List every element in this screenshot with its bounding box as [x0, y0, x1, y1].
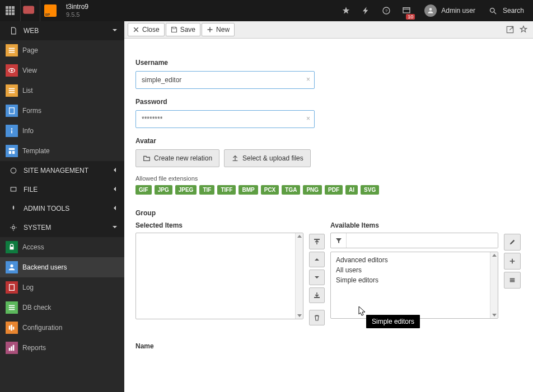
svg-rect-3 [403, 8, 410, 13]
help-icon[interactable]: ? [376, 0, 396, 21]
section-web[interactable]: WEB [0, 21, 124, 40]
sidebar-item-list[interactable]: List [0, 81, 124, 101]
svg-rect-16 [10, 108, 15, 114]
password-label: Password [135, 98, 522, 106]
available-item[interactable]: All users [334, 265, 488, 275]
available-items-listbox[interactable]: Advanced editorsAll usersSimple editors [330, 252, 498, 319]
sidebar-item-view[interactable]: View [0, 60, 124, 81]
available-item[interactable]: Advanced editors [334, 255, 488, 265]
scrollbar[interactable] [490, 252, 498, 318]
available-item[interactable]: Simple editors [334, 275, 488, 285]
sidebar-item-label: DB check [22, 304, 51, 311]
cache-icon[interactable] [356, 0, 376, 21]
sidebar-item-forms[interactable]: Forms [0, 101, 124, 121]
sidebar-item-reports[interactable]: Reports [0, 338, 124, 358]
filter-input[interactable] [347, 233, 498, 248]
section-system[interactable]: SYSTEM [0, 218, 124, 237]
modules-menu-button[interactable] [0, 0, 20, 21]
svg-rect-41 [510, 278, 515, 280]
close-button[interactable]: Close [128, 23, 165, 36]
content-area: Close Save New Username × Password × Ava… [124, 21, 533, 392]
section-label: ADMIN TOOLS [24, 205, 69, 212]
image-icon [10, 186, 17, 193]
new-button[interactable]: New [202, 23, 235, 36]
filter-row [330, 233, 498, 248]
selected-items-listbox[interactable] [135, 233, 303, 319]
sidebar-item-label: Access [22, 243, 44, 251]
topbar: t3intro9 9.5.5 ? 10 Admin user Search [0, 0, 533, 21]
password-input[interactable] [135, 110, 315, 128]
chevron-down-icon [112, 224, 118, 232]
move-top-button[interactable] [309, 234, 325, 249]
username-label: Username [135, 59, 522, 67]
folder-icon [143, 154, 151, 162]
chevron-down-icon [112, 27, 118, 35]
notification-badge: 10 [406, 14, 415, 20]
sidebar-item-template[interactable]: Template [0, 141, 124, 161]
site-title: t3intro9 9.5.5 [60, 3, 94, 18]
debug-icon[interactable] [20, 0, 40, 21]
select-upload-button[interactable]: Select & upload files [224, 149, 311, 167]
extension-tag: PNG [303, 185, 322, 195]
share-icon[interactable] [504, 23, 516, 36]
section-admin-tools[interactable]: ADMIN TOOLS [0, 199, 124, 218]
scrollbar[interactable] [295, 233, 303, 319]
clear-icon[interactable]: × [306, 75, 310, 83]
move-up-button[interactable] [309, 252, 325, 267]
move-down-button[interactable] [309, 270, 325, 285]
doc-header: Close Save New [124, 21, 533, 39]
site-name: t3intro9 [66, 3, 88, 11]
sidebar-item-backend-users[interactable]: Backend users [0, 257, 124, 277]
extension-tag: GIF [135, 185, 152, 195]
sidebar-item-info[interactable]: Info [0, 121, 124, 141]
add-record-button[interactable] [504, 253, 521, 270]
svg-rect-21 [12, 151, 15, 154]
remove-item-button[interactable] [309, 310, 325, 325]
sidebar-item-db-check[interactable]: DB check [0, 297, 124, 318]
user-menu[interactable]: Admin user [417, 4, 483, 17]
sidebar-item-log[interactable]: Log [0, 277, 124, 297]
clear-icon[interactable]: × [306, 115, 310, 122]
sidebar-item-label: Page [22, 46, 38, 54]
create-relation-button[interactable]: Create new relation [135, 149, 219, 167]
svg-rect-18 [11, 130, 12, 133]
move-bottom-button[interactable] [309, 287, 325, 303]
edit-record-button[interactable] [504, 234, 521, 251]
svg-point-17 [11, 128, 13, 130]
application-info-icon[interactable]: 10 [396, 0, 417, 21]
sidebar-item-label: Template [22, 147, 50, 155]
sidebar-item-configuration[interactable]: Configuration [0, 318, 124, 338]
sidebar-item-label: Backend users [22, 263, 67, 271]
svg-rect-9 [9, 50, 15, 51]
svg-line-7 [494, 12, 496, 14]
typo3-logo[interactable] [40, 0, 60, 21]
section-file[interactable]: FILE [0, 180, 124, 199]
extension-tag: JPEG [175, 185, 197, 195]
bookmark-star-icon[interactable] [517, 23, 530, 36]
globe-icon [10, 167, 17, 174]
allowed-extensions-note: Allowed file extensions [135, 175, 522, 182]
bookmark-icon[interactable] [336, 0, 356, 21]
user-name: Admin user [441, 7, 475, 15]
svg-rect-15 [9, 92, 15, 93]
svg-rect-40 [314, 297, 320, 298]
list-record-button[interactable] [504, 272, 521, 289]
sidebar-item-access[interactable]: Access [0, 237, 124, 257]
section-label: WEB [24, 27, 39, 35]
save-button[interactable]: Save [166, 23, 200, 36]
search-toggle[interactable]: Search [483, 7, 533, 15]
section-label: FILE [24, 186, 38, 193]
available-items-label: Available Items [330, 221, 498, 229]
extension-tag: TIFF [217, 185, 236, 195]
search-label: Search [503, 7, 524, 15]
svg-point-5 [429, 8, 432, 11]
extension-tag: PCX [261, 185, 279, 195]
username-input[interactable] [135, 71, 315, 89]
sidebar-item-label: List [22, 87, 33, 95]
section-site-management[interactable]: SITE MANAGEMENT [0, 161, 124, 180]
search-icon [489, 7, 497, 15]
sidebar-item-page[interactable]: Page [0, 40, 124, 60]
svg-rect-35 [11, 346, 12, 351]
svg-point-12 [11, 69, 13, 72]
plus-icon [207, 26, 213, 33]
